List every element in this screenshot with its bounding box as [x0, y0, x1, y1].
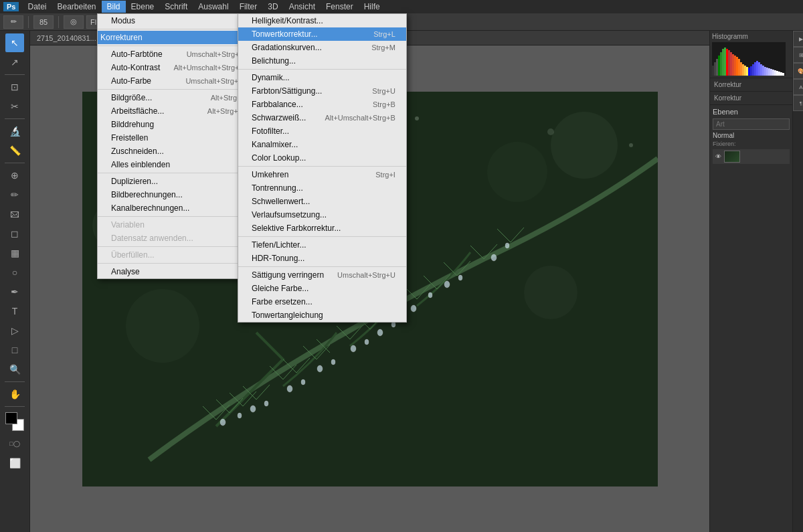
tool-crop[interactable]: ⊡ — [5, 78, 24, 96]
sep-6 — [98, 246, 254, 247]
korr-schwellenwert[interactable]: Schwellenwert... — [238, 195, 406, 208]
layer-item[interactable]: 👁 — [713, 149, 790, 164]
korr-kanalmixer[interactable]: Kanalmixer... — [238, 138, 406, 151]
korr-tonwertangleichung[interactable]: Tonwertangleichung — [238, 308, 406, 322]
bild-modus[interactable]: Modus ▶ — [98, 14, 254, 27]
korr-farbbalance[interactable]: Farbbalance... Strg+B — [238, 98, 406, 111]
bild-auto-farbe[interactable]: Auto-Farbe Umschalt+Strg+B — [98, 74, 254, 88]
svg-point-44 — [301, 379, 305, 385]
hdr-tonung-label: HDR-Tonung... — [252, 254, 395, 263]
korr-fotofilter[interactable]: Fotofilter... — [238, 124, 406, 138]
bild-auto-kontrast[interactable]: Auto-Kontrast Alt+Umschalt+Strg+L — [98, 61, 254, 74]
bild-kanalberechnungen[interactable]: Kanalberechnungen... — [98, 201, 254, 215]
brush-mode-icon[interactable]: ◎ — [64, 15, 84, 29]
tool-pen[interactable]: ✒ — [5, 282, 24, 301]
bild-bilddrehung[interactable]: Bilddrehung ▶ — [98, 118, 254, 131]
bild-korrekturen[interactable]: Korrekturen ▶ — [98, 31, 254, 44]
svg-rect-75 — [736, 57, 738, 76]
tool-zoom[interactable]: 🔍 — [5, 360, 24, 379]
tool-clone[interactable]: 🖂 — [5, 205, 24, 224]
farbbalance-label: Farbbalance... — [252, 100, 359, 109]
menu-bearbeiten[interactable]: Bearbeiten — [52, 1, 101, 13]
sep-3 — [98, 89, 254, 90]
menu-ansicht[interactable]: Ansicht — [284, 1, 321, 13]
bild-dropdown-menu: Modus ▶ Korrekturen ▶ Auto-Farbtöne Umsc… — [97, 13, 255, 279]
bild-bildgroesse[interactable]: Bildgröße... Alt+Strg+I — [98, 91, 254, 104]
mini-icon-1[interactable]: ▶ — [793, 31, 803, 47]
tool-eyedropper[interactable]: 🔬 — [5, 122, 24, 141]
bild-alles-einblenden[interactable]: Alles einblenden — [98, 158, 254, 171]
svg-rect-72 — [730, 52, 732, 76]
menu-fenster[interactable]: Fenster — [321, 1, 359, 13]
layer-eye-icon[interactable]: 👁 — [714, 153, 722, 161]
bild-duplizieren[interactable]: Duplizieren... — [98, 175, 254, 188]
korr-helligkeit[interactable]: Helligkeit/Kontrast... — [238, 14, 406, 27]
korr-schwarzweiss[interactable]: Schwarzweiß... Alt+Umschalt+Strg+B — [238, 111, 406, 124]
bild-freistellen[interactable]: Freistellen — [98, 131, 254, 145]
menu-hilfe[interactable]: Hilfe — [359, 1, 385, 13]
svg-point-41 — [250, 406, 256, 412]
korr-tonwert[interactable]: Tonwertkorrektur... Strg+L — [238, 27, 406, 41]
tool-path-selection[interactable]: ▷ — [5, 321, 24, 340]
korr-farbe-ersetzen[interactable]: Farbe ersetzen... — [238, 295, 406, 308]
korr-belichtung[interactable]: Belichtung... — [238, 54, 406, 68]
mini-icon-5[interactable]: ¶ — [793, 95, 803, 111]
korr-gleiche-farbe[interactable]: Gleiche Farbe... — [238, 282, 406, 295]
korr-color-lookup[interactable]: Color Lookup... — [238, 151, 406, 165]
tool-brush[interactable]: ✏ — [5, 185, 24, 204]
menu-ebene[interactable]: Ebene — [126, 1, 160, 13]
korr-hdr-tonung[interactable]: HDR-Tonung... — [238, 252, 406, 265]
bild-arbeitsflaeche[interactable]: Arbeitsfläche... Alt+Strg+C — [98, 104, 254, 118]
menu-schrift[interactable]: Schrift — [159, 1, 193, 13]
tool-type[interactable]: T — [5, 302, 24, 321]
tool-separator-2 — [5, 118, 25, 119]
tool-extra[interactable]: □◯ — [5, 434, 24, 453]
tool-eraser[interactable]: ◻ — [5, 224, 24, 243]
tool-slice[interactable]: ✂ — [5, 97, 24, 116]
panel-right-icons: ▶ ⊞ 🎨 A ¶ — [792, 31, 803, 532]
menu-bild[interactable]: Bild — [102, 1, 126, 13]
svg-rect-69 — [724, 48, 726, 76]
layer-search-input[interactable] — [713, 118, 790, 130]
brush-size-input[interactable]: 85 — [33, 15, 54, 29]
korr-saettigung-verr[interactable]: Sättigung verringern Umschalt+Strg+U — [238, 268, 406, 282]
bild-analyse[interactable]: Analyse ▶ — [98, 265, 254, 278]
svg-rect-94 — [774, 70, 776, 76]
korr-selektive-farb[interactable]: Selektive Farbkorrektur... — [238, 221, 406, 235]
svg-rect-64 — [714, 62, 716, 76]
duplizieren-label: Duplizieren... — [111, 177, 244, 186]
korr-tiefen-lichter[interactable]: Tiefen/Lichter... — [238, 238, 406, 252]
korr-umkehren[interactable]: Umkehren Strg+I — [238, 168, 406, 181]
menu-datei[interactable]: Datei — [22, 1, 52, 13]
bild-bildberechnungen[interactable]: Bildberechnungen... — [98, 188, 254, 201]
mini-icon-2[interactable]: ⊞ — [793, 47, 803, 63]
tool-brush-icon[interactable]: ✏ — [3, 15, 23, 29]
korr-verlaufsumsetzung[interactable]: Verlaufsumsetzung... — [238, 208, 406, 221]
umkehren-label: Umkehren — [252, 170, 362, 179]
menu-auswahl[interactable]: Auswahl — [193, 1, 234, 13]
mini-icon-3[interactable]: 🎨 — [793, 63, 803, 79]
selektive-farb-label: Selektive Farbkorrektur... — [252, 224, 395, 233]
color-swatch[interactable] — [5, 412, 24, 431]
tool-gradient[interactable]: ▦ — [5, 244, 24, 262]
korr-gradation[interactable]: Gradationskurven... Strg+M — [238, 41, 406, 54]
tool-direct-selection[interactable]: ↗ — [5, 53, 24, 72]
tool-dodge[interactable]: ○ — [5, 263, 24, 282]
svg-point-48 — [365, 339, 369, 345]
korr-tontrennung[interactable]: Tontrennung... — [238, 181, 406, 195]
korr-farbton[interactable]: Farbton/Sättigung... Strg+U — [238, 84, 406, 98]
korr-dynamik[interactable]: Dynamik... — [238, 71, 406, 84]
svg-rect-79 — [744, 66, 746, 76]
tool-heal[interactable]: ⊕ — [5, 166, 24, 185]
mini-icon-4[interactable]: A — [793, 79, 803, 95]
bild-zuschneiden[interactable]: Zuschneiden... — [98, 145, 254, 158]
menu-filter[interactable]: Filter — [234, 1, 263, 13]
tool-measure[interactable]: 📏 — [5, 141, 24, 160]
tool-hand[interactable]: ✋ — [5, 385, 24, 404]
svg-point-40 — [238, 413, 242, 418]
tool-shape[interactable]: □ — [5, 341, 24, 359]
bild-auto-farbtoene[interactable]: Auto-Farbtöne Umschalt+Strg+L — [98, 48, 254, 61]
tool-selection[interactable]: ↖ — [5, 33, 24, 52]
menu-3d[interactable]: 3D — [262, 1, 283, 13]
tool-screen-mode[interactable]: ⬜ — [5, 454, 24, 472]
